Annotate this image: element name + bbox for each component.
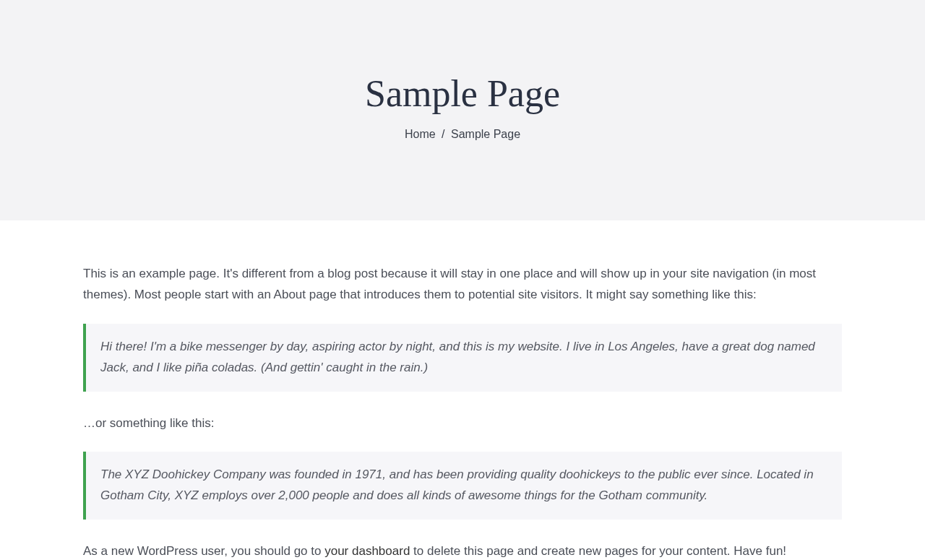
outro-paragraph: As a new WordPress user, you should go t… [83,541,842,560]
breadcrumb-current: Sample Page [451,128,520,140]
outro-text-after: to delete this page and create new pages… [410,544,786,558]
quote-block-1: Hi there! I'm a bike messenger by day, a… [83,324,842,392]
page-header: Sample Page Home / Sample Page [0,0,925,220]
dashboard-link[interactable]: your dashboard [324,544,410,558]
breadcrumb-home-link[interactable]: Home [405,128,436,140]
page-title: Sample Page [14,72,911,115]
breadcrumb-separator: / [442,128,444,140]
middle-paragraph: …or something like this: [83,413,842,434]
breadcrumb: Home / Sample Page [14,128,911,141]
intro-paragraph: This is an example page. It's different … [83,264,842,306]
outro-text-before: As a new WordPress user, you should go t… [83,544,324,558]
quote-block-2: The XYZ Doohickey Company was founded in… [83,452,842,520]
page-content: This is an example page. It's different … [40,220,885,560]
